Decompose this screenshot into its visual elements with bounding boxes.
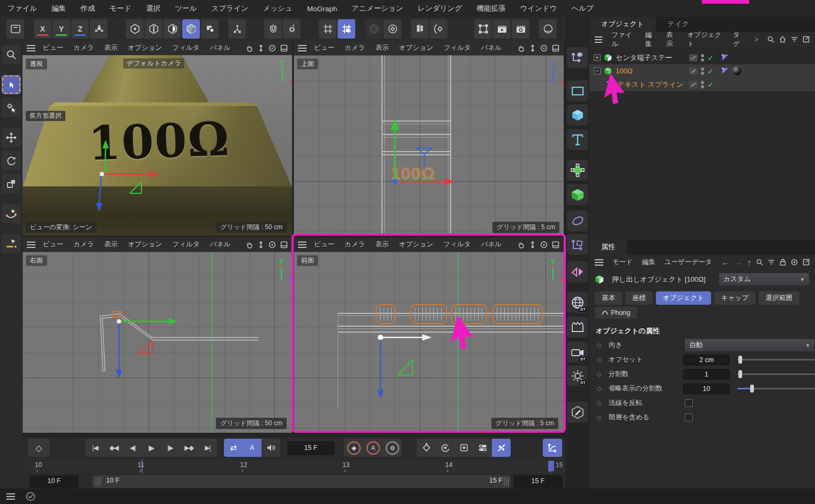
target-circle-button[interactable] (365, 19, 383, 39)
range-right-grip[interactable] (504, 477, 509, 486)
viewport-front-canvas[interactable]: 前面 Y X グリッド間隔 : 5 cm (294, 252, 564, 433)
viewport-menu-icon[interactable] (27, 45, 35, 51)
viewport-right-canvas[interactable]: 右面 Y Z グリッド間隔 : 50 cm (23, 252, 292, 433)
preset-dropdown[interactable]: カスタム ▼ (719, 273, 810, 286)
vp-menu-filter[interactable]: フィルタ (443, 43, 470, 52)
attr-menu-userdata[interactable]: ユーザーデータ (664, 258, 712, 267)
iso-subdivisions-slider[interactable] (737, 388, 815, 389)
box-tool-button[interactable] (6, 19, 24, 39)
menu-select[interactable]: 選択 (146, 4, 160, 13)
polygons-mode-button[interactable] (163, 19, 181, 39)
record-keyframe-button[interactable]: ◆ (344, 439, 363, 457)
move-tool-button[interactable] (2, 128, 21, 147)
gear-circle-button[interactable] (384, 19, 401, 39)
om-filter-icon[interactable] (791, 36, 798, 43)
om-menu-tags[interactable]: タグ (733, 31, 745, 49)
prev-key-button[interactable]: ◆◀ (104, 439, 123, 457)
edges-mode-button[interactable] (145, 19, 162, 39)
lock-x-axis-button[interactable]: X (34, 19, 51, 39)
offset-slider[interactable] (737, 359, 815, 360)
extrude-button[interactable] (567, 184, 588, 205)
dolly-icon[interactable] (529, 44, 536, 52)
phong-tag-icon[interactable] (721, 67, 729, 75)
menu-create[interactable]: 作成 (80, 4, 95, 13)
axis-workplane-button[interactable] (567, 234, 588, 255)
lock-z-axis-button[interactable]: Z (71, 19, 89, 39)
tab-attributes[interactable]: 属性 (589, 239, 627, 255)
menu-file[interactable]: ファイル (8, 4, 37, 13)
key-parameter-button[interactable] (473, 439, 492, 457)
attr-target-icon[interactable] (791, 259, 798, 266)
keyframe-marker-11[interactable] (141, 460, 143, 473)
viewport-top[interactable]: ビュー カメラ 表示 オプション フィルタ パネル 100Ω (294, 41, 564, 236)
live-selection-tool-button[interactable] (2, 75, 21, 94)
orientation-dropdown[interactable]: 自動 ▼ (684, 338, 815, 352)
range-left-grip[interactable] (95, 477, 101, 486)
dolly-icon[interactable] (258, 241, 264, 249)
menu-tools[interactable]: ツール (175, 4, 197, 13)
attr-tab-object[interactable]: オブジェクト (656, 291, 711, 305)
goto-start-button[interactable]: |◀ (86, 439, 104, 457)
om-menu-objects[interactable]: オブジェクト (687, 31, 723, 49)
magic-sphere-button[interactable] (539, 19, 557, 39)
menu-animation[interactable]: アニメーション (352, 4, 403, 13)
render-region-button[interactable] (474, 19, 492, 39)
rectangle-spline-button[interactable] (567, 80, 588, 101)
key-scale-button[interactable] (454, 439, 473, 457)
sound-button[interactable] (261, 439, 280, 457)
render-settings-button[interactable] (512, 19, 529, 39)
layer-toggle-icon[interactable] (689, 54, 698, 62)
range-end-field[interactable]: 15 F (513, 475, 563, 488)
vp-menu-panel[interactable]: パネル (210, 240, 230, 249)
viewport-menu-icon[interactable] (298, 45, 306, 51)
key-diamond-icon[interactable]: ◇ (597, 385, 609, 392)
object-row-center-stay[interactable]: + センタ端子ステー ✓ (589, 51, 815, 64)
phong-tag-icon[interactable] (721, 54, 729, 62)
viewport-front[interactable]: ビュー カメラ 表示 オプション フィルタ パネル (294, 237, 564, 433)
visibility-dots-icon[interactable] (701, 81, 704, 88)
om-menu-file[interactable]: ファイル (611, 31, 636, 49)
menu-extensions[interactable]: 機能拡張 (477, 4, 506, 13)
attr-tab-caps[interactable]: キャップ (714, 291, 756, 305)
snap-toggle-button[interactable] (264, 19, 282, 39)
subdivisions-slider[interactable] (737, 373, 815, 375)
maximize-viewport-icon[interactable] (280, 44, 288, 52)
vp-menu-display[interactable]: 表示 (104, 240, 117, 249)
vp-menu-view[interactable]: ビュー (314, 240, 334, 249)
rotate-tool-button[interactable] (2, 151, 21, 170)
visibility-dots-icon[interactable] (701, 54, 704, 62)
enable-check-icon[interactable]: ✓ (707, 66, 714, 76)
attr-tab-selection[interactable]: 選択範囲 (759, 291, 799, 305)
vp-menu-camera[interactable]: カメラ (345, 43, 365, 52)
viewport-perspective[interactable]: ビュー カメラ 表示 オプション フィルタ パネル 100Ω (23, 41, 292, 236)
vp-menu-camera[interactable]: カメラ (73, 43, 94, 52)
om-menu-edit[interactable]: 編集 (645, 31, 657, 49)
vp-menu-filter[interactable]: フィルタ (443, 240, 470, 249)
expand-icon[interactable]: + (594, 54, 601, 61)
render-view-button[interactable] (493, 19, 511, 39)
next-frame-button[interactable]: |▶ (161, 439, 180, 457)
key-pla-button[interactable] (492, 439, 511, 457)
offset-input[interactable]: 2 cm (683, 355, 729, 365)
menu-window[interactable]: ウインドウ (520, 4, 557, 13)
orbit-icon[interactable] (540, 44, 548, 52)
play-button[interactable]: ▶ (142, 439, 161, 457)
key-diamond-icon[interactable]: ◇ (597, 414, 609, 421)
enable-check-icon[interactable]: ✓ (707, 80, 714, 89)
symmetry-object-button[interactable] (567, 261, 588, 282)
key-position-button[interactable] (417, 439, 436, 457)
open-fcurve-button[interactable] (543, 439, 562, 457)
attr-menu-icon[interactable] (595, 259, 603, 266)
viewport-menu-icon[interactable] (298, 242, 306, 248)
top-axis-gizmo[interactable] (374, 114, 481, 189)
subdivisions-input[interactable]: 1 (683, 369, 729, 380)
vp-menu-display[interactable]: 表示 (375, 240, 388, 249)
object-name[interactable]: センタ端子ステー (616, 53, 672, 63)
vp-menu-options[interactable]: オプション (399, 240, 433, 249)
subdivision-surface-button[interactable] (567, 160, 588, 180)
range-slider-bar[interactable]: 10 F 15 F (92, 475, 510, 488)
vp-menu-filter[interactable]: フィルタ (172, 43, 199, 52)
pan-hand-icon[interactable] (518, 241, 525, 249)
vp-menu-options[interactable]: オプション (128, 240, 162, 249)
maximize-viewport-icon[interactable] (552, 241, 559, 249)
